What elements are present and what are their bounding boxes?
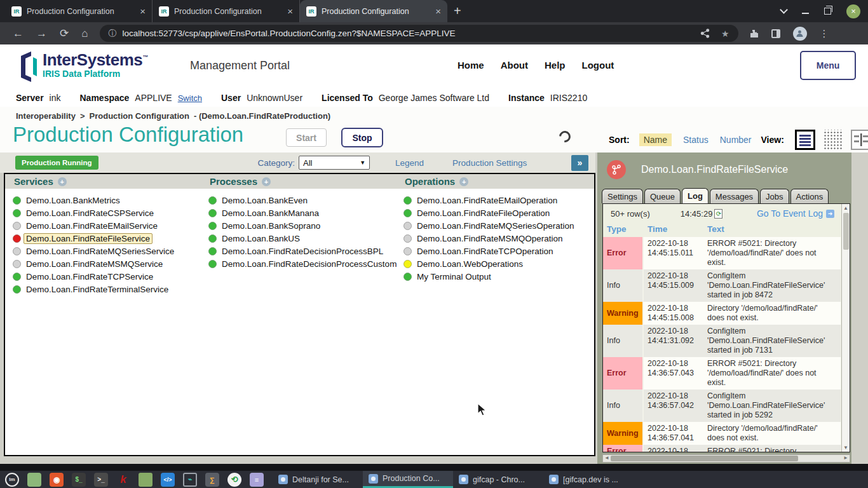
profile-avatar[interactable]: [793, 27, 807, 41]
tab-close-icon[interactable]: ×: [435, 6, 441, 17]
service-item[interactable]: Demo.Loan.FindRateMQSeriesService: [5, 245, 201, 257]
list-view-icon[interactable]: [795, 130, 815, 150]
vertical-scrollbar[interactable]: ▲ ▼: [841, 204, 850, 452]
add-process-icon[interactable]: +: [262, 177, 271, 186]
process-item[interactable]: Demo.Loan.BankManana: [201, 207, 396, 219]
new-tab-button[interactable]: +: [454, 4, 461, 18]
start-button[interactable]: Start: [286, 128, 327, 147]
back-icon[interactable]: ←: [13, 27, 24, 40]
restore-icon[interactable]: [824, 8, 831, 15]
operation-item[interactable]: My Terminal Output: [396, 270, 594, 283]
terminal-icon[interactable]: $_: [72, 473, 86, 487]
taskbar-window-button[interactable]: Deltanji for Se...: [273, 471, 363, 488]
portal-nav-link[interactable]: About: [501, 60, 528, 71]
scrollbar-thumb[interactable]: [843, 213, 849, 250]
process-item[interactable]: Demo.Loan.BankSoprano: [201, 219, 396, 232]
side-panel-icon[interactable]: [771, 29, 780, 38]
flame-app-icon[interactable]: ◉: [50, 473, 64, 487]
panel-tab[interactable]: Actions: [790, 189, 829, 203]
sort-option[interactable]: Status: [683, 135, 709, 145]
go-to-event-log-link[interactable]: Go To Event Log ➜: [757, 208, 834, 219]
reload-icon[interactable]: ⟳: [60, 27, 69, 40]
share-icon[interactable]: [700, 29, 710, 38]
chevron-down-icon[interactable]: [780, 6, 788, 14]
home-icon[interactable]: ⌂: [81, 27, 88, 40]
panel-tab[interactable]: Settings: [602, 189, 643, 203]
log-row[interactable]: Info 2022-10-18 14:41:31.092 ConfigItem …: [603, 325, 841, 357]
process-item[interactable]: Demo.Loan.FindRateDecisionProcessBPL: [201, 245, 396, 257]
close-window-icon[interactable]: ×: [846, 4, 860, 18]
document-app-icon[interactable]: ≡: [250, 473, 264, 487]
taskbar-window-button[interactable]: Production Co...: [363, 471, 453, 488]
scroll-up-icon[interactable]: ▲: [843, 205, 848, 211]
panel-tab[interactable]: Jobs: [760, 189, 789, 203]
sort-option[interactable]: Name: [639, 133, 672, 146]
service-item[interactable]: Demo.Loan.FindRateEMailService: [5, 219, 201, 232]
file-manager-icon[interactable]: [139, 473, 153, 487]
operation-item[interactable]: Demo.Loan.FindRateMQSeriesOperation: [396, 219, 594, 232]
panel-tab[interactable]: Messages: [710, 189, 759, 203]
log-row[interactable]: Warning 2022-10-18 14:45:15.008 Director…: [603, 302, 841, 325]
tab-close-icon[interactable]: ×: [140, 6, 146, 17]
operation-item[interactable]: Demo.Loan.FindRateEMailOperation: [396, 194, 594, 207]
browser-tab[interactable]: IR Production Configuration ×: [300, 0, 447, 22]
scroll-right-icon[interactable]: ►: [843, 455, 848, 461]
system-monitor-icon[interactable]: ⌁: [183, 473, 197, 487]
switch-namespace-link[interactable]: Switch: [178, 93, 202, 103]
browser-menu-icon[interactable]: ⋮: [820, 28, 829, 39]
tab-close-icon[interactable]: ×: [287, 6, 293, 17]
scroll-down-icon[interactable]: ▼: [843, 445, 848, 451]
red-app-icon[interactable]: k: [116, 473, 130, 487]
breadcrumb-root[interactable]: Interoperability: [16, 111, 76, 121]
operation-item[interactable]: Demo.Loan.WebOperations: [396, 257, 594, 270]
code-editor-icon[interactable]: </>: [161, 473, 175, 487]
portal-nav-link[interactable]: Home: [458, 60, 484, 71]
taskbar-window-button[interactable]: gifcap - Chro...: [453, 471, 543, 488]
expand-panel-button[interactable]: »: [571, 155, 588, 171]
service-item[interactable]: Demo.Loan.BankMetrics: [5, 194, 201, 207]
forward-icon[interactable]: →: [36, 27, 47, 40]
log-row[interactable]: Info 2022-10-18 14:45:15.009 ConfigItem …: [603, 269, 841, 302]
service-item[interactable]: Demo.Loan.FindRateFileService: [5, 232, 201, 245]
minimize-icon[interactable]: [802, 13, 809, 14]
add-operation-icon[interactable]: +: [459, 177, 468, 186]
bookmark-star-icon[interactable]: ★: [721, 29, 729, 39]
operation-item[interactable]: Demo.Loan.FindRateTCPOperation: [396, 245, 594, 257]
service-item[interactable]: Demo.Loan.FindRateTerminalService: [5, 283, 201, 295]
portal-nav-link[interactable]: Logout: [582, 60, 614, 71]
production-settings-link[interactable]: Production Settings: [452, 158, 527, 168]
process-item[interactable]: Demo.Loan.BankUS: [201, 232, 396, 245]
site-info-icon[interactable]: ⓘ: [109, 28, 117, 39]
panel-tab[interactable]: Log: [682, 188, 709, 203]
log-row[interactable]: Error 2022-10-18 14:45:15.011 ERROR #502…: [603, 237, 841, 269]
mint-menu-icon[interactable]: lm: [5, 473, 19, 487]
log-row[interactable]: Info 2022-10-18 14:36:57.042 ConfigItem …: [603, 390, 841, 422]
process-item[interactable]: Demo.Loan.FindRateDecisionProcessCustom: [201, 257, 396, 270]
terminal-alt-icon[interactable]: >_: [94, 473, 108, 487]
horizontal-scrollbar[interactable]: ◄ ►: [602, 454, 850, 463]
portal-nav-link[interactable]: Help: [545, 60, 566, 71]
sort-option[interactable]: Number: [720, 135, 752, 145]
grid-view-icon[interactable]: [823, 130, 843, 150]
category-select[interactable]: All ▼: [299, 156, 370, 170]
address-bar[interactable]: ⓘ localhost:52773/csp/applive/EnsPortal.…: [100, 25, 738, 42]
scroll-left-icon[interactable]: ◄: [604, 455, 609, 461]
split-view-icon[interactable]: [851, 130, 868, 150]
scrollbar-thumb-horizontal[interactable]: [611, 456, 798, 461]
menu-button[interactable]: Menu: [800, 51, 856, 80]
calculator-icon[interactable]: ∑: [205, 473, 219, 487]
refresh-log-icon[interactable]: ⟳: [714, 209, 722, 219]
legend-link[interactable]: Legend: [395, 158, 424, 168]
log-row[interactable]: Error 2022-10-18 14:36:57.043 ERROR #502…: [603, 357, 841, 390]
browser-tab[interactable]: IR Production Configuration ×: [5, 0, 153, 22]
service-item[interactable]: Demo.Loan.FindRateTCPService: [5, 270, 201, 283]
browser-tab[interactable]: IR Production Configuration ×: [153, 0, 300, 22]
service-item[interactable]: Demo.Loan.FindRateCSPService: [5, 207, 201, 219]
extensions-puzzle-icon[interactable]: [749, 29, 759, 39]
log-row[interactable]: Error 2022-10-18 ERROR #5021: Directory: [603, 445, 841, 452]
log-row[interactable]: Warning 2022-10-18 14:36:57.041 Director…: [603, 422, 841, 445]
taskbar-window-button[interactable]: [gifcap.dev is ...: [543, 471, 634, 488]
window-manager-icon[interactable]: [27, 473, 41, 487]
panel-tab[interactable]: Queue: [644, 189, 681, 203]
operation-item[interactable]: Demo.Loan.FindRateMSMQOperation: [396, 232, 594, 245]
